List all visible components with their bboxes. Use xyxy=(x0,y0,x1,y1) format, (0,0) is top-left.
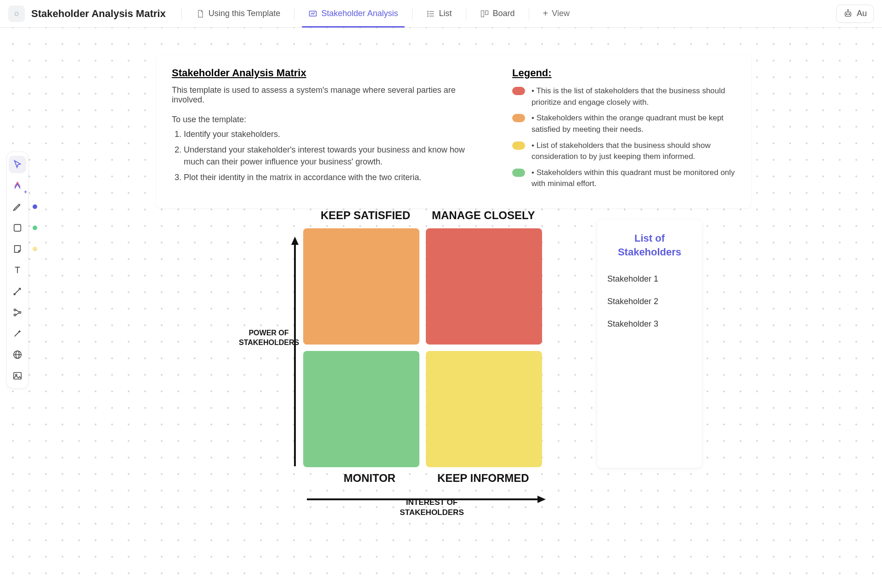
info-description: This template is used to assess a system… xyxy=(172,85,480,105)
quadrant-keep-informed[interactable] xyxy=(426,351,542,467)
connector-tool[interactable] xyxy=(9,283,26,300)
svg-line-23 xyxy=(16,313,19,315)
quadrant-manage-closely[interactable] xyxy=(426,228,542,345)
stakeholder-item[interactable]: Stakeholder 1 xyxy=(607,274,692,284)
shape-tool[interactable] xyxy=(9,219,26,237)
legend-text: Stakeholders within the orange quadrant … xyxy=(531,113,735,135)
robot-icon xyxy=(843,9,853,19)
info-title: Stakeholder Analysis Matrix xyxy=(172,67,480,79)
web-tool[interactable] xyxy=(9,346,26,363)
svg-point-0 xyxy=(15,12,18,15)
svg-rect-27 xyxy=(14,373,22,379)
x-axis-arrow-icon xyxy=(307,494,546,505)
stakeholder-item[interactable]: Stakeholder 2 xyxy=(607,297,692,306)
legend-swatch-green xyxy=(512,169,525,177)
add-view-button[interactable]: + View xyxy=(537,8,576,19)
legend-item-green: Stakeholders within this quadrant must b… xyxy=(512,167,735,190)
view-tab-list[interactable]: List xyxy=(420,0,458,27)
info-steps-list: Identify your stakeholders. Understand y… xyxy=(172,128,480,183)
image-tool[interactable] xyxy=(9,367,26,384)
legend-item-orange: Stakeholders within the orange quadrant … xyxy=(512,113,735,135)
info-panel[interactable]: Stakeholder Analysis Matrix This templat… xyxy=(156,55,751,208)
svg-point-11 xyxy=(846,13,847,14)
view-tab-label: Board xyxy=(493,9,515,18)
divider xyxy=(529,7,529,20)
svg-point-7 xyxy=(427,16,428,17)
svg-point-18 xyxy=(14,294,15,295)
pen-tool[interactable] xyxy=(9,198,26,215)
workspace-icon[interactable] xyxy=(8,6,25,22)
svg-point-14 xyxy=(848,9,848,10)
stakeholder-item[interactable]: Stakeholder 3 xyxy=(607,319,692,329)
legend-text: Stakeholders within this quadrant must b… xyxy=(531,167,735,190)
info-step: Plot their identity in the matrix in acc… xyxy=(184,171,480,183)
svg-rect-15 xyxy=(14,225,21,232)
quadrant-keep-satisfied[interactable] xyxy=(303,228,419,345)
svg-point-19 xyxy=(14,309,16,311)
svg-marker-32 xyxy=(537,496,546,503)
view-tab-label: Using this Template xyxy=(209,9,281,18)
legend-swatch-red xyxy=(512,87,525,95)
quadrant-monitor[interactable] xyxy=(303,351,419,467)
legend-title: Legend: xyxy=(512,67,735,79)
svg-point-20 xyxy=(14,314,16,316)
list-icon xyxy=(426,9,435,18)
divider xyxy=(181,7,182,20)
add-view-label: View xyxy=(552,9,570,18)
view-tab-stakeholder-analysis[interactable]: Stakeholder Analysis xyxy=(302,0,404,27)
view-tab-using-template[interactable]: Using this Template xyxy=(189,0,287,27)
divider xyxy=(466,7,466,20)
y-axis-arrow-icon xyxy=(289,237,300,466)
ai-tool[interactable]: + xyxy=(9,177,26,194)
divider xyxy=(412,7,413,20)
info-panel-description: Stakeholder Analysis Matrix This templat… xyxy=(172,67,480,194)
info-panel-legend: Legend: This is the list of stakeholders… xyxy=(512,67,735,194)
legend-swatch-yellow xyxy=(512,141,525,150)
legend-text: This is the list of stakeholders that th… xyxy=(531,85,735,108)
sticky-color-dot xyxy=(33,247,37,251)
whiteboard-canvas-wrap: + xyxy=(0,28,882,588)
svg-point-21 xyxy=(19,311,21,313)
svg-marker-30 xyxy=(291,237,299,245)
info-howto-label: To use the template: xyxy=(172,115,480,124)
relationship-tool[interactable] xyxy=(9,304,26,321)
legend-swatch-orange xyxy=(512,114,525,122)
sticky-note-tool[interactable] xyxy=(9,240,26,258)
quadrant-label-keep-informed: KEEP INFORMED xyxy=(437,472,529,485)
stakeholder-list-panel[interactable]: List of Stakeholders Stakeholder 1 Stake… xyxy=(597,220,702,468)
plus-icon: + xyxy=(543,8,548,19)
quadrant-label-monitor: MONITOR xyxy=(344,472,396,485)
svg-rect-8 xyxy=(481,11,484,17)
select-tool[interactable] xyxy=(9,156,26,173)
legend-item-yellow: List of stakeholders that the business s… xyxy=(512,140,735,163)
shape-color-dot xyxy=(33,226,37,230)
info-step: Understand your stakeholder's interest t… xyxy=(184,144,480,168)
quadrant-label-keep-satisfied: KEEP SATISFIED xyxy=(321,209,410,222)
ai-button[interactable]: Au xyxy=(836,5,874,23)
info-step: Identify your stakeholders. xyxy=(184,128,480,140)
doc-icon xyxy=(196,9,205,18)
text-tool[interactable] xyxy=(9,261,26,279)
svg-point-5 xyxy=(427,11,428,12)
view-tab-board[interactable]: Board xyxy=(474,0,521,27)
ai-button-label: Au xyxy=(857,9,867,18)
legend-text: List of stakeholders that the business s… xyxy=(531,140,735,163)
pen-color-dot xyxy=(33,204,37,209)
matrix-area[interactable]: KEEP SATISFIED MANAGE CLOSELY MONITOR KE… xyxy=(239,209,588,521)
matrix-quadrants xyxy=(303,228,542,467)
whiteboard-icon xyxy=(308,9,317,18)
svg-point-6 xyxy=(427,13,428,14)
stakeholder-list-title: List of Stakeholders xyxy=(607,232,692,259)
page-title[interactable]: Stakeholder Analysis Matrix xyxy=(31,8,166,20)
tool-rail: + xyxy=(6,152,28,389)
board-icon xyxy=(480,9,489,18)
view-tab-label: List xyxy=(439,9,452,18)
svg-rect-9 xyxy=(485,11,488,14)
svg-point-12 xyxy=(849,13,850,14)
magic-tool[interactable] xyxy=(9,325,26,342)
top-bar: Stakeholder Analysis Matrix Using this T… xyxy=(0,0,882,28)
legend-item-red: This is the list of stakeholders that th… xyxy=(512,85,735,108)
svg-line-22 xyxy=(16,310,19,312)
quadrant-label-manage-closely: MANAGE CLOSELY xyxy=(432,209,535,222)
whiteboard-canvas[interactable]: + xyxy=(0,28,882,588)
